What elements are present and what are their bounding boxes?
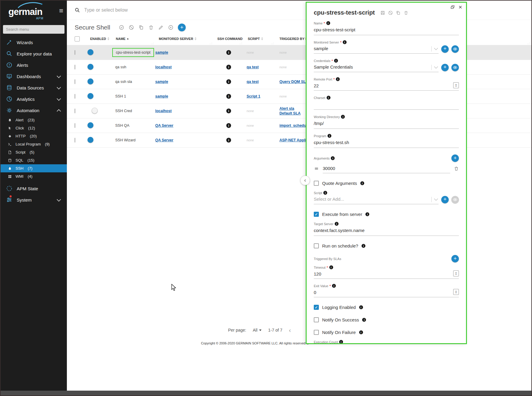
server-link[interactable]: QA Server bbox=[155, 123, 173, 128]
script-link[interactable]: qa test bbox=[247, 65, 259, 69]
ssh-command-info-icon[interactable] bbox=[226, 123, 231, 128]
expand-window-icon[interactable] bbox=[450, 5, 455, 9]
row-checkbox[interactable] bbox=[75, 109, 75, 113]
add-argument-button[interactable] bbox=[451, 154, 459, 162]
ssh-command-info-icon[interactable] bbox=[226, 109, 231, 113]
triggered-sla-link[interactable]: Query DQM SLA bbox=[279, 80, 308, 84]
ssh-command-info-icon[interactable] bbox=[226, 79, 231, 84]
timeout-input[interactable]: 120 bbox=[314, 271, 453, 276]
argument-input[interactable]: 30000 bbox=[323, 164, 450, 173]
close-icon[interactable] bbox=[458, 5, 462, 9]
server-link[interactable]: localhost bbox=[155, 109, 172, 113]
sidebar-item-explore[interactable]: Explore your data bbox=[1, 48, 67, 59]
col-name[interactable]: NAME bbox=[112, 33, 155, 45]
sidebar-item-data-sources[interactable]: Data Sources bbox=[1, 82, 67, 93]
execute-from-server-checkbox[interactable] bbox=[314, 212, 319, 217]
info-icon[interactable] bbox=[365, 212, 369, 216]
server-link[interactable]: localhost bbox=[155, 65, 172, 69]
info-icon[interactable] bbox=[323, 191, 327, 195]
info-icon[interactable] bbox=[327, 96, 330, 100]
program-input[interactable]: cpu-stress-test.sh bbox=[314, 138, 459, 148]
sidebar-item-click[interactable]: Click (12) bbox=[1, 124, 67, 132]
per-page-select[interactable]: All bbox=[253, 328, 262, 332]
info-icon[interactable] bbox=[362, 318, 366, 322]
run-play-icon[interactable] bbox=[168, 25, 173, 30]
delete-trash-icon[interactable] bbox=[404, 10, 408, 15]
credentials-select[interactable]: Sample Credentials bbox=[314, 63, 439, 72]
delete-trash-icon[interactable] bbox=[148, 25, 154, 30]
disable-ban-icon[interactable] bbox=[388, 10, 393, 15]
script-link[interactable]: Script 1 bbox=[247, 94, 260, 98]
sidebar-item-analytics[interactable]: Analytics bbox=[1, 93, 67, 105]
triggered-sla-link[interactable]: import_schedu bbox=[279, 123, 306, 128]
script-link[interactable]: qa test bbox=[247, 80, 259, 84]
drag-handle-icon[interactable] bbox=[314, 166, 319, 171]
notify-on-failure-checkbox[interactable] bbox=[314, 330, 319, 335]
run-on-schedule-checkbox[interactable] bbox=[314, 243, 319, 248]
info-icon[interactable] bbox=[341, 115, 345, 119]
row-checkbox[interactable] bbox=[75, 123, 75, 128]
col-script[interactable]: SCRIPT bbox=[244, 33, 275, 45]
add-new-button[interactable] bbox=[178, 24, 186, 31]
charset-input[interactable] bbox=[314, 100, 459, 110]
col-monitored-server[interactable]: MONITORED SERVER bbox=[155, 33, 214, 45]
info-icon[interactable] bbox=[362, 244, 365, 248]
view-script-button-disabled[interactable] bbox=[451, 196, 459, 203]
sidebar-item-sql[interactable]: SQL (15) bbox=[1, 156, 67, 164]
add-script-button[interactable] bbox=[441, 196, 449, 203]
name-input[interactable]: cpu-stress-test-script bbox=[314, 25, 459, 35]
ssh-command-info-icon[interactable] bbox=[226, 50, 231, 55]
ssh-command-info-icon[interactable] bbox=[226, 65, 231, 69]
info-icon[interactable] bbox=[343, 40, 347, 44]
number-stepper[interactable] bbox=[453, 289, 459, 295]
select-all-checkbox[interactable] bbox=[75, 36, 80, 41]
info-icon[interactable] bbox=[329, 265, 333, 269]
target-server-input[interactable]: context.fact.system.name bbox=[314, 226, 459, 236]
row-checkbox[interactable] bbox=[75, 65, 75, 69]
sidebar-item-http[interactable]: HTTP (20) bbox=[1, 132, 67, 140]
delete-argument-icon[interactable] bbox=[454, 166, 459, 171]
info-icon[interactable] bbox=[359, 305, 363, 309]
enable-check-icon[interactable] bbox=[119, 25, 124, 30]
info-icon[interactable] bbox=[332, 284, 336, 288]
number-stepper[interactable] bbox=[453, 82, 459, 88]
server-link[interactable]: QA Server bbox=[155, 138, 173, 142]
info-icon[interactable] bbox=[335, 222, 339, 226]
notify-on-success-checkbox[interactable] bbox=[314, 317, 319, 322]
add-sla-button[interactable] bbox=[451, 255, 459, 262]
col-enabled[interactable]: ENABLED bbox=[86, 33, 112, 45]
row-checkbox[interactable] bbox=[75, 138, 75, 143]
monitored-server-select[interactable]: sample bbox=[314, 44, 439, 54]
sidebar-item-apm-state[interactable]: APM State bbox=[1, 183, 67, 194]
disable-ban-icon[interactable] bbox=[129, 25, 134, 30]
sidebar-item-system[interactable]: System bbox=[1, 194, 67, 205]
sidebar-item-wizards[interactable]: Wizards bbox=[1, 37, 67, 48]
sidebar-item-alert[interactable]: Alert (23) bbox=[1, 116, 67, 124]
working-directory-input[interactable]: /tmp/ bbox=[314, 119, 459, 129]
info-icon[interactable] bbox=[336, 77, 340, 81]
col-ssh-command[interactable]: SSH COMMAND bbox=[214, 33, 244, 45]
info-icon[interactable] bbox=[326, 21, 330, 25]
server-link[interactable]: sample bbox=[155, 50, 168, 55]
info-icon[interactable] bbox=[339, 340, 343, 343]
exit-value-input[interactable]: 0 bbox=[314, 290, 453, 295]
info-icon[interactable] bbox=[360, 181, 364, 185]
view-server-button[interactable] bbox=[451, 45, 459, 53]
row-checkbox[interactable] bbox=[75, 79, 75, 84]
quote-arguments-checkbox[interactable] bbox=[314, 181, 319, 186]
add-credentials-button[interactable] bbox=[441, 64, 449, 71]
triggered-sla-link[interactable]: ASP-NET Applic bbox=[279, 138, 308, 142]
server-link[interactable]: sample bbox=[155, 80, 168, 84]
info-icon[interactable] bbox=[334, 59, 338, 63]
row-checkbox[interactable] bbox=[75, 94, 75, 99]
sidebar-item-wmi[interactable]: WMI (4) bbox=[1, 172, 67, 180]
sidebar-item-script[interactable]: Script (5) bbox=[1, 148, 67, 156]
add-server-button[interactable] bbox=[441, 45, 449, 53]
sidebar-item-dashboards[interactable]: Dashboards bbox=[1, 71, 67, 82]
sidebar-item-automation[interactable]: Automation bbox=[1, 105, 67, 116]
ssh-command-info-icon[interactable] bbox=[226, 94, 231, 99]
sidebar-search-input[interactable] bbox=[3, 25, 64, 34]
remote-port-input[interactable]: 22 bbox=[314, 83, 453, 88]
save-icon[interactable] bbox=[380, 10, 385, 15]
info-icon[interactable] bbox=[359, 330, 363, 334]
